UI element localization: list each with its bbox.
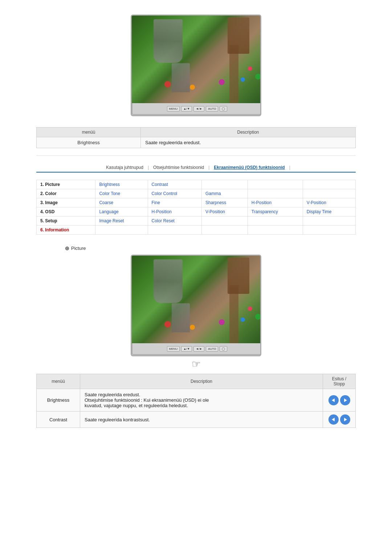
col-description-header: Description (141, 127, 356, 137)
section-divider (36, 155, 356, 156)
table-row: Brightness Saate reguleerida eredust. Ot… (37, 389, 356, 412)
feature-cell[interactable]: Contrast (148, 180, 201, 189)
feature-row-header-3: 3. Image (37, 198, 95, 207)
picture-label-text: Picture (71, 246, 86, 251)
auto-btn-2[interactable]: ◯ (220, 346, 227, 352)
feature-cell (303, 216, 355, 226)
feature-row-header-6: 6. Information (37, 226, 95, 235)
feature-cell (248, 226, 303, 235)
picture-section-label: Picture (65, 246, 356, 251)
table-row: 4. OSD Language H-Position V-Position Tr… (37, 207, 356, 216)
menu-cell-brightness-2: Brightness (37, 389, 80, 412)
monitor-controls-2: MENU ▲/▼ ◄/► AUTO ◯ (132, 343, 261, 355)
feature-cell[interactable]: H-Position (248, 198, 303, 207)
play-cell-brightness (323, 389, 356, 412)
table-row: 6. Information (37, 226, 356, 235)
col-play-header-2: Esitus / Stopp (323, 374, 356, 389)
feature-cell (201, 180, 248, 189)
tab-user-controls[interactable]: Kasutaja juhtnupud (102, 163, 148, 172)
table-section-1: menüü Description Brightness Saate regul… (36, 127, 356, 148)
menu-description-table-2: menüü Description Esitus / Stopp Brightn… (36, 374, 356, 428)
hand-cursor-icon: ☞ (192, 358, 201, 370)
feature-row-header-5: 5. Setup (37, 216, 95, 226)
desc-line-3: kuvatud, vajutage nuppu, et reguleerida … (85, 403, 188, 408)
feature-cell[interactable]: Coarse (95, 198, 148, 207)
table-row: Brightness Saate reguleerida eredust. (37, 137, 356, 148)
monitor-frame-1: MENU ▲/▼ ◄/► AUTO ◯ (131, 15, 261, 116)
brightness-btn[interactable]: ▲/▼ (181, 106, 192, 112)
description-cell-brightness-2: Saate reguleerida eredust. Otsejuhtimise… (80, 389, 323, 412)
feature-cell (303, 180, 355, 189)
play-buttons-contrast (327, 414, 351, 425)
feature-cell[interactable]: Transparency (248, 207, 303, 216)
table-row: 5. Setup Image Reset Color Reset (37, 216, 356, 226)
nav-tabs: Kasutaja juhtnupud | Otsejuhtimise funkt… (36, 163, 356, 173)
feature-cell[interactable]: Sharpness (201, 198, 248, 207)
feature-cell[interactable]: Display Time (303, 207, 355, 216)
feature-cell (95, 226, 148, 235)
feature-cell[interactable]: Color Reset (148, 216, 201, 226)
desc-line-2: Otsejuhtimise funktsioonid : Kui ekraani… (85, 397, 209, 403)
monitor-screen-1 (132, 16, 260, 103)
feature-cell[interactable]: Brightness (95, 180, 148, 189)
feature-cell (248, 189, 303, 198)
desc-line-1: Saate reguleerida eredust. (85, 392, 140, 397)
tab-direct-control[interactable]: Otsejuhtimise funktsioonid (149, 163, 208, 172)
arrow-right-icon (344, 398, 347, 402)
feature-cell[interactable]: V-Position (201, 207, 248, 216)
feature-cell[interactable]: Color Control (148, 189, 201, 198)
feature-cell[interactable]: V-Position (303, 198, 355, 207)
table-row: 1. Picture Brightness Contrast (37, 180, 356, 189)
tab-osd-functions[interactable]: Ekraanimenüü (OSD) funktsioonid (209, 163, 289, 172)
monitor-image-2: MENU ▲/▼ ◄/► AUTO ◯ ☞ (36, 255, 356, 370)
col-description-header-2: Description (80, 374, 323, 389)
menu-btn[interactable]: MENU (167, 106, 180, 112)
feature-cell[interactable]: Language (95, 207, 148, 216)
feature-row-header-1: 1. Picture (37, 180, 95, 189)
arrow-right-icon-2 (344, 418, 347, 421)
play-fwd-btn-brightness[interactable] (340, 395, 350, 405)
feature-cell (248, 216, 303, 226)
col-menu-header-2: menüü (37, 374, 80, 389)
feature-row-header-2: 2. Color (37, 189, 95, 198)
feature-cell (248, 180, 303, 189)
menu-cell-contrast: Contrast (37, 412, 80, 428)
col-menu-header: menüü (37, 127, 141, 137)
play-fwd-btn-contrast[interactable] (340, 414, 350, 425)
feature-cell[interactable]: Fine (148, 198, 201, 207)
position-btn-2[interactable]: ◄/► (193, 346, 204, 352)
menu-btn-2[interactable]: MENU (167, 346, 180, 352)
brightness-btn-2[interactable]: ▲/▼ (181, 346, 192, 352)
play-buttons-brightness (327, 395, 351, 405)
play-back-btn-contrast[interactable] (328, 414, 339, 425)
table-row: Contrast Saate reguleerida kontrastsust. (37, 412, 356, 428)
description-cell-brightness: Saate reguleerida eredust. (141, 137, 356, 148)
feature-cell[interactable]: Color Tone (95, 189, 148, 198)
menu-description-table-1: menüü Description Brightness Saate regul… (36, 127, 356, 148)
input-btn-2[interactable]: AUTO (206, 346, 218, 352)
feature-cell (201, 216, 248, 226)
feature-cell[interactable]: Image Reset (95, 216, 148, 226)
auto-btn[interactable]: ◯ (220, 106, 227, 112)
table-row: 3. Image Coarse Fine Sharpness H-Positio… (37, 198, 356, 207)
nav-separator-3: | (289, 165, 290, 170)
radio-icon (65, 247, 69, 250)
feature-cell (148, 226, 201, 235)
table-row: 2. Color Color Tone Color Control Gamma (37, 189, 356, 198)
feature-cell[interactable]: Gamma (201, 189, 248, 198)
input-btn[interactable]: AUTO (206, 106, 218, 112)
arrow-left-icon (332, 398, 335, 402)
menu-cell-brightness: Brightness (37, 137, 141, 148)
position-btn[interactable]: ◄/► (193, 106, 204, 112)
arrow-left-icon-2 (332, 418, 335, 421)
feature-cell[interactable]: H-Position (148, 207, 201, 216)
monitor-controls-1: MENU ▲/▼ ◄/► AUTO ◯ (132, 103, 261, 115)
feature-cell (201, 226, 248, 235)
monitor-image-1: MENU ▲/▼ ◄/► AUTO ◯ (36, 15, 356, 116)
play-back-btn-brightness[interactable] (328, 395, 339, 405)
monitor-screen-2 (132, 256, 260, 343)
feature-row-header-4: 4. OSD (37, 207, 95, 216)
description-cell-contrast: Saate reguleerida kontrastsust. (80, 412, 323, 428)
feature-cell (303, 189, 355, 198)
table-section-2: menüü Description Esitus / Stopp Brightn… (36, 374, 356, 428)
